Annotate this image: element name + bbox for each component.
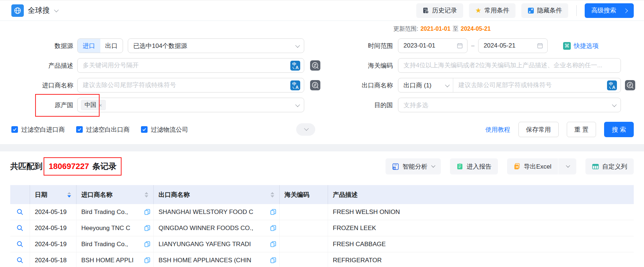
copy-icon[interactable]	[144, 209, 150, 215]
datasource-selected-value: 已选中104个数据源	[133, 42, 295, 50]
cell-importer: Bird Trading Co.,	[77, 236, 154, 252]
checkbox-checked-icon	[141, 126, 148, 133]
sort-icons[interactable]	[271, 192, 274, 198]
cell-date: 2024-05-19	[30, 220, 77, 236]
bi-analysis-icon: BI	[392, 163, 399, 170]
destination-placeholder: 支持多选	[403, 101, 612, 109]
sort-icons[interactable]	[145, 192, 148, 198]
product-desc-input[interactable]	[83, 62, 290, 69]
cell-date: 2024-05-19	[30, 236, 77, 252]
checkbox-filter-logistics[interactable]: 过滤物流公司	[141, 125, 188, 134]
datasource-label: 数据源	[11, 42, 77, 50]
translate-icon[interactable]: 中 A	[290, 61, 300, 71]
form-row-1: 数据源 进口 出口 已选中104个数据源 时间范围 2023-01-01	[0, 38, 644, 53]
advanced-search-button[interactable]: 高级搜索	[585, 3, 634, 18]
checkbox-checked-icon	[11, 126, 18, 133]
cell-exporter: QINGDAO WINNER FOODS CO.,	[154, 220, 280, 236]
cell-date: 2024-05-19	[30, 204, 77, 220]
copy-icon[interactable]	[144, 257, 150, 263]
magnifier-icon	[16, 208, 23, 215]
favorites-button[interactable]: ★ 常用条件	[469, 3, 515, 18]
chevron-down-icon	[612, 102, 617, 107]
summary-suffix: 条记录	[92, 161, 116, 172]
copy-icon[interactable]	[270, 225, 276, 231]
date-to-input[interactable]: 2024-05-21	[478, 38, 548, 53]
hide-conditions-label: 隐藏条件	[537, 6, 562, 15]
datasource-select[interactable]: 已选中104个数据源	[128, 38, 304, 53]
exporter-input[interactable]	[458, 82, 607, 89]
row-detail-button[interactable]	[10, 204, 30, 220]
tab-import[interactable]: 进口	[78, 39, 100, 53]
translate-icon[interactable]: 中 A	[290, 80, 300, 90]
checkbox-filter-blank-importer[interactable]: 过滤空白进口商	[11, 125, 65, 134]
results-toolbar: BI 智能分析 进入报告	[386, 158, 634, 174]
exporter-type-value: 出口商 (1)	[403, 81, 432, 90]
tab-export[interactable]: 出口	[100, 39, 123, 53]
cell-importer: Bird Trading Co.,	[77, 204, 154, 220]
form-row-4: 原产国 中国 × 目的国 支持多选	[0, 98, 644, 112]
smart-analysis-button[interactable]: BI 智能分析	[386, 158, 441, 174]
row-detail-button[interactable]	[10, 236, 30, 252]
destination-label: 目的国	[359, 101, 398, 109]
update-range-note: 更新范围: 2021-01-01 至 2024-05-21	[393, 25, 644, 33]
date-from-input[interactable]: 2023-01-01	[398, 38, 468, 53]
fuzzy-match-toggle-icon[interactable]	[310, 60, 320, 71]
table-row: 2024-05-19 Bird Trading Co., SHANGHAI WE…	[10, 204, 634, 220]
date-to-value: 2024-05-21	[484, 42, 515, 49]
update-range-mid: 至	[453, 25, 458, 33]
copy-icon[interactable]	[144, 225, 150, 231]
columns-icon	[592, 163, 599, 170]
fuzzy-match-toggle-icon[interactable]	[310, 80, 320, 90]
copy-icon[interactable]	[270, 209, 276, 215]
chevron-down-icon	[431, 163, 435, 167]
svg-text:BI: BI	[394, 167, 396, 169]
match-count: 180697227	[49, 162, 89, 171]
excel-export-icon	[514, 163, 520, 170]
datasource-direction-segment: 进口 出口	[77, 38, 123, 53]
export-options-dropdown-button[interactable]	[558, 158, 576, 174]
exporter-composite-field: 出口商 (1) 中 A	[398, 78, 621, 93]
copy-icon[interactable]	[270, 257, 276, 263]
hs-code-label: 海关编码	[359, 61, 398, 70]
fuzzy-match-toggle-icon[interactable]	[625, 80, 635, 90]
form-actions: 使用教程 保存常用 重 置 搜 索	[485, 122, 634, 137]
translate-icon[interactable]: 中 A	[607, 80, 617, 90]
tag-close-icon[interactable]: ×	[99, 102, 102, 108]
reset-button[interactable]: 重 置	[567, 122, 596, 137]
app-switch-chevron-icon[interactable]	[54, 8, 59, 12]
expand-more-filters-button[interactable]	[296, 123, 315, 136]
row-detail-button[interactable]	[10, 220, 30, 236]
row-detail-button[interactable]	[10, 252, 30, 267]
advanced-search-label: 高级搜索	[591, 6, 616, 15]
history-button[interactable]: 历史记录	[416, 3, 463, 18]
hide-conditions-button[interactable]: 隐藏条件	[521, 3, 568, 18]
importer-input[interactable]	[83, 82, 290, 89]
command-icon: ⌘	[563, 42, 571, 50]
copy-icon[interactable]	[270, 241, 276, 247]
header-cell-exporter[interactable]: 出口商名称	[154, 185, 280, 204]
chevron-down-icon	[445, 82, 450, 87]
export-excel-button[interactable]: 导出Excel	[507, 158, 558, 174]
hs-code-input[interactable]	[403, 62, 617, 69]
origin-country-select[interactable]: 中国 ×	[77, 98, 304, 112]
tutorial-link[interactable]: 使用教程	[485, 125, 510, 134]
sort-icons[interactable]	[67, 192, 71, 198]
save-favorite-button[interactable]: 保存常用	[518, 122, 559, 137]
header-cell-date[interactable]: 日期	[30, 185, 77, 204]
svg-text:A: A	[612, 85, 615, 90]
customize-columns-button[interactable]: 自定义列	[585, 158, 634, 174]
copy-icon[interactable]	[144, 241, 150, 247]
importer-inputbox: 中 A	[77, 78, 304, 93]
results-table: 日期 进口商名称 出口商名称	[10, 185, 634, 267]
cell-hs-code	[280, 204, 328, 220]
header-cell-importer[interactable]: 进口商名称	[77, 185, 154, 204]
product-desc-label: 产品描述	[11, 61, 77, 70]
quick-options-link[interactable]: ⌘ 快捷选项	[563, 42, 599, 50]
search-button[interactable]: 搜 索	[604, 122, 634, 137]
exporter-type-select[interactable]: 出口商 (1)	[398, 78, 453, 92]
enter-report-button[interactable]: 进入报告	[450, 158, 498, 174]
exporter-label: 出口商名称	[359, 81, 398, 90]
checkbox-filter-blank-exporter[interactable]: 过滤空白出口商	[76, 125, 130, 134]
destination-select[interactable]: 支持多选	[398, 98, 621, 112]
app-logo[interactable]	[11, 4, 24, 17]
